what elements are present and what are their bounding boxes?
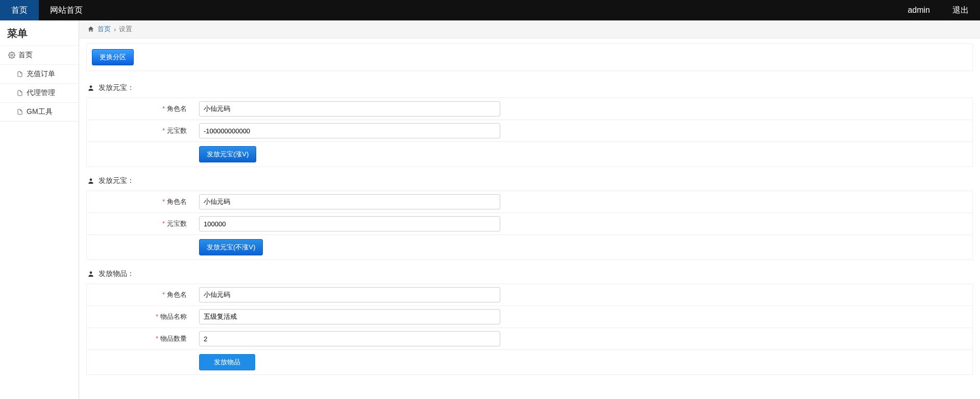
submit-gold-nov-button[interactable]: 发放元宝(不涨V) <box>199 239 263 255</box>
form-row: 发放元宝(不涨V) <box>87 235 972 260</box>
svg-point-1 <box>90 85 92 88</box>
person-icon <box>87 84 94 91</box>
sidebar-item-label: 代理管理 <box>27 88 55 98</box>
form-row: *物品名称 <box>87 306 972 328</box>
file-icon <box>16 71 23 77</box>
sidebar-item-gm[interactable]: GM工具 <box>0 103 79 121</box>
submit-gold-v-button[interactable]: 发放元宝(涨V) <box>199 146 256 162</box>
role-name-input[interactable] <box>199 287 500 302</box>
svg-point-2 <box>90 178 92 181</box>
role-name-input[interactable] <box>199 194 500 209</box>
topbar-tab-home[interactable]: 首页 <box>0 0 39 20</box>
sidebar-title: 菜单 <box>0 20 79 45</box>
section-title: 发放元宝： <box>99 176 134 185</box>
form-row: 发放元宝(涨V) <box>87 142 972 167</box>
field-label: 角色名 <box>167 291 187 298</box>
field-label: 角色名 <box>167 198 187 205</box>
sidebar-item-label: 充值订单 <box>27 69 55 79</box>
item-qty-input[interactable] <box>199 331 500 346</box>
sidebar: 菜单 首页 充值订单 <box>0 20 79 399</box>
sidebar-item-label: 首页 <box>18 51 33 60</box>
file-icon <box>16 109 23 115</box>
topbar: 首页 网站首页 admin 退出 <box>0 0 980 20</box>
content: 首页 › 设置 更换分区 发放元宝： *角色名 <box>79 20 980 399</box>
person-icon <box>87 177 94 184</box>
topbar-tab-sitehome[interactable]: 网站首页 <box>39 0 94 20</box>
form-row: *元宝数 <box>87 213 972 235</box>
sidebar-item-home[interactable]: 首页 <box>0 46 79 64</box>
section-title: 发放元宝： <box>99 83 134 92</box>
form-row: 发放物品 <box>87 350 972 374</box>
field-label: 物品数量 <box>160 335 187 342</box>
topbar-user[interactable]: admin <box>896 0 941 20</box>
section-give-gold-v: 发放元宝： *角色名 *元宝数 发放元宝(涨V) <box>86 83 973 167</box>
gold-amount-input[interactable] <box>199 216 500 231</box>
form-row: *物品数量 <box>87 328 972 350</box>
sidebar-item-label: GM工具 <box>27 107 53 116</box>
field-label: 元宝数 <box>167 127 187 134</box>
field-label: 物品名称 <box>160 313 187 320</box>
section-give-gold-nov: 发放元宝： *角色名 *元宝数 发放元宝(不涨V) <box>86 176 973 260</box>
field-label: 角色名 <box>167 105 187 112</box>
svg-point-0 <box>11 54 13 56</box>
sidebar-item-recharge[interactable]: 充值订单 <box>0 65 79 83</box>
submit-item-button[interactable]: 发放物品 <box>199 354 255 370</box>
field-label: 元宝数 <box>167 220 187 227</box>
gear-icon <box>8 52 15 59</box>
change-zone-button[interactable]: 更换分区 <box>92 49 134 65</box>
item-name-input[interactable] <box>199 309 500 324</box>
topbar-logout[interactable]: 退出 <box>941 0 980 20</box>
section-title: 发放物品： <box>99 269 134 278</box>
sidebar-item-agent[interactable]: 代理管理 <box>0 84 79 102</box>
breadcrumb-sep: › <box>114 26 116 33</box>
breadcrumb: 首页 › 设置 <box>79 20 980 38</box>
form-row: *角色名 <box>87 98 972 120</box>
home-icon <box>87 26 94 33</box>
breadcrumb-home[interactable]: 首页 <box>97 25 111 34</box>
person-icon <box>87 270 94 277</box>
file-icon <box>16 90 23 96</box>
gold-amount-input[interactable] <box>199 123 500 138</box>
form-row: *角色名 <box>87 191 972 213</box>
form-row: *元宝数 <box>87 120 972 142</box>
breadcrumb-current: 设置 <box>119 25 132 34</box>
form-row: *角色名 <box>87 284 972 306</box>
role-name-input[interactable] <box>199 101 500 116</box>
section-give-item: 发放物品： *角色名 *物品名称 *物品数量 发放物品 <box>86 269 973 375</box>
top-panel: 更换分区 <box>86 43 973 71</box>
svg-point-3 <box>90 271 92 274</box>
